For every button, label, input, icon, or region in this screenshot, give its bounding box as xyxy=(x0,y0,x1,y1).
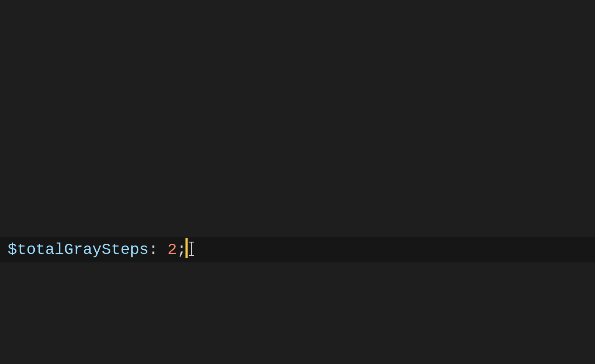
token-number: 2 xyxy=(168,241,177,259)
token-punctuation: ; xyxy=(177,241,186,259)
token-variable: $totalGraySteps xyxy=(8,241,149,259)
ibeam-cursor-icon xyxy=(188,240,195,257)
token-space xyxy=(158,241,167,259)
code-editor[interactable]: $totalGraySteps: 2; @for $step from 1 to… xyxy=(0,0,595,364)
text-caret xyxy=(185,238,188,258)
code-line[interactable]: $totalGraySteps: 2; xyxy=(0,237,595,262)
token-punctuation: : xyxy=(149,241,158,259)
